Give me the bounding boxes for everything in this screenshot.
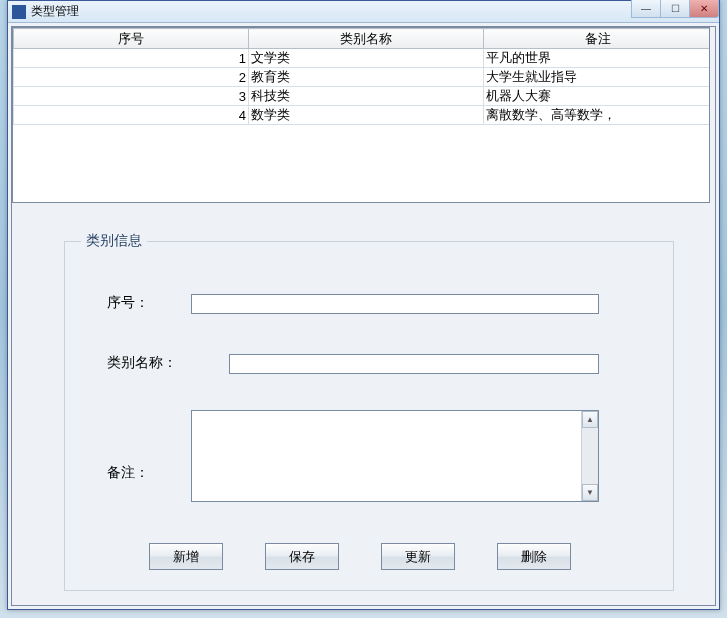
cell-note[interactable]: 平凡的世界 <box>484 49 711 68</box>
table-row[interactable]: 1文学类平凡的世界 <box>14 49 711 68</box>
cell-id[interactable]: 2 <box>14 68 249 87</box>
fieldset-legend: 类别信息 <box>81 232 147 250</box>
row-id: 序号： <box>107 294 599 314</box>
update-button[interactable]: 更新 <box>381 543 455 570</box>
cell-id[interactable]: 3 <box>14 87 249 106</box>
note-scrollbar[interactable]: ▲ ▼ <box>581 411 598 501</box>
close-button[interactable]: ✕ <box>689 0 719 18</box>
cell-name[interactable]: 教育类 <box>249 68 484 87</box>
name-label: 类别名称： <box>107 354 229 372</box>
cell-name[interactable]: 数学类 <box>249 106 484 125</box>
cell-note[interactable]: 大学生就业指导 <box>484 68 711 87</box>
maximize-button[interactable]: ☐ <box>660 0 690 18</box>
titlebar[interactable]: 类型管理 — ☐ ✕ <box>8 1 719 23</box>
scroll-up-icon[interactable]: ▲ <box>582 411 598 428</box>
col-note[interactable]: 备注 <box>484 29 711 49</box>
cell-name[interactable]: 文学类 <box>249 49 484 68</box>
note-textarea[interactable] <box>192 411 581 501</box>
scroll-down-icon[interactable]: ▼ <box>582 484 598 501</box>
cell-note[interactable]: 离散数学、高等数学， <box>484 106 711 125</box>
name-input[interactable] <box>229 354 599 374</box>
col-name[interactable]: 类别名称 <box>249 29 484 49</box>
main-window: 类型管理 — ☐ ✕ 序号 类别名称 <box>7 0 720 610</box>
grid-header-row: 序号 类别名称 备注 <box>14 29 711 49</box>
cell-id[interactable]: 1 <box>14 49 249 68</box>
table-row[interactable]: 2教育类大学生就业指导 <box>14 68 711 87</box>
delete-button[interactable]: 删除 <box>497 543 571 570</box>
window-controls: — ☐ ✕ <box>632 0 719 18</box>
col-id[interactable]: 序号 <box>14 29 249 49</box>
table-row[interactable]: 3科技类机器人大赛 <box>14 87 711 106</box>
button-row: 新增 保存 更新 删除 <box>149 543 571 570</box>
add-button[interactable]: 新增 <box>149 543 223 570</box>
category-grid[interactable]: 序号 类别名称 备注 1文学类平凡的世界2教育类大学生就业指导3科技类机器人大赛… <box>12 27 710 203</box>
client-area: 序号 类别名称 备注 1文学类平凡的世界2教育类大学生就业指导3科技类机器人大赛… <box>8 23 719 609</box>
id-label: 序号： <box>107 294 191 312</box>
row-name: 类别名称： <box>107 354 599 374</box>
inner-panel: 序号 类别名称 备注 1文学类平凡的世界2教育类大学生就业指导3科技类机器人大赛… <box>11 26 716 606</box>
cell-id[interactable]: 4 <box>14 106 249 125</box>
note-textarea-wrap: ▲ ▼ <box>191 410 599 502</box>
id-input[interactable] <box>191 294 599 314</box>
save-button[interactable]: 保存 <box>265 543 339 570</box>
note-label: 备注： <box>107 430 191 482</box>
cell-name[interactable]: 科技类 <box>249 87 484 106</box>
app-icon <box>12 5 26 19</box>
window-title: 类型管理 <box>31 3 79 20</box>
category-info-fieldset: 类别信息 序号： 类别名称： 备注： ▲ ▼ <box>64 241 674 591</box>
minimize-button[interactable]: — <box>631 0 661 18</box>
table-row[interactable]: 4数学类离散数学、高等数学， <box>14 106 711 125</box>
row-note: 备注： ▲ ▼ <box>107 410 599 502</box>
cell-note[interactable]: 机器人大赛 <box>484 87 711 106</box>
